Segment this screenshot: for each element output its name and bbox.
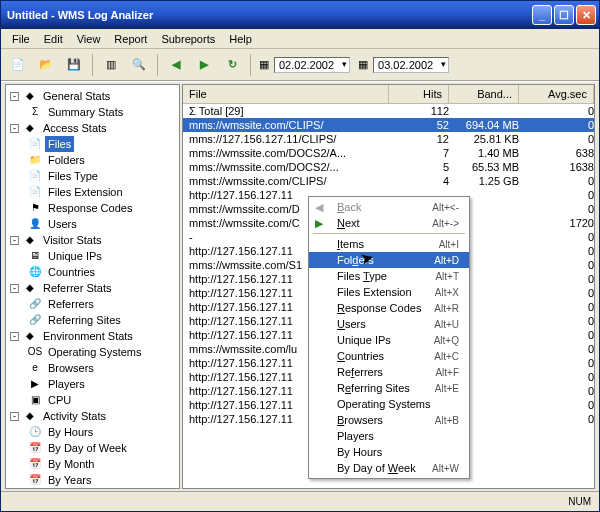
tree-label: Visitor Stats [40, 232, 105, 248]
tree-node[interactable]: 📄Files Extension [8, 184, 177, 200]
menu-item[interactable]: CountriesAlt+C [309, 348, 469, 364]
tree-node[interactable]: 👤Users [8, 216, 177, 232]
tree-node[interactable]: -◆Access Stats [8, 120, 177, 136]
menu-item: ◀BackAlt+<- [309, 199, 469, 215]
table-row[interactable]: mms://wmssite.com/CLIPS/52694.04 MB0 [183, 118, 594, 132]
tree-node[interactable]: 📄Files [8, 136, 177, 152]
tree-icon: 🖥 [28, 249, 42, 263]
tree-label: Operating Systems [45, 344, 145, 360]
tree-node[interactable]: ΣSummary Stats [8, 104, 177, 120]
tree-icon: Σ [28, 105, 42, 119]
date-to-label: ▦ [352, 58, 371, 71]
tree-node[interactable]: 📅By Years and Months [8, 488, 177, 489]
menu-item[interactable]: BrowsersAlt+B [309, 412, 469, 428]
menu-item[interactable]: Unique IPsAlt+Q [309, 332, 469, 348]
tree-icon: ▶ [28, 377, 42, 391]
table-row[interactable]: mmst://wmssite.com/CLIPS/41.25 GB0 [183, 174, 594, 188]
save-icon[interactable]: 💾 [61, 52, 87, 78]
context-menu: ◀BackAlt+<-▶NextAlt+->ItemsAlt+IFoldersA… [308, 196, 470, 479]
tree-label: Browsers [45, 360, 97, 376]
window-title: Untitled - WMS Log Analizer [7, 9, 530, 21]
tree-node[interactable]: 🖥Unique IPs [8, 248, 177, 264]
tree-node[interactable]: -◆Referrer Stats [8, 280, 177, 296]
menu-item[interactable]: Operating Systems [309, 396, 469, 412]
tree-label: By Month [45, 456, 97, 472]
tree-node[interactable]: ▶Players [8, 376, 177, 392]
tree-label: By Hours [45, 424, 96, 440]
boxes-icon[interactable]: ▥ [98, 52, 124, 78]
grid-header[interactable]: File Hits Band... Avg.sec [183, 85, 594, 104]
menu-edit[interactable]: Edit [37, 31, 70, 47]
tree-label: Folders [45, 152, 88, 168]
tree-node[interactable]: 📁Folders [8, 152, 177, 168]
tree-node[interactable]: 🔗Referrers [8, 296, 177, 312]
col-file[interactable]: File [183, 85, 389, 103]
open-icon[interactable]: 📂 [33, 52, 59, 78]
table-row[interactable]: Σ Total [29]1120 [183, 104, 594, 118]
menu-item[interactable]: ItemsAlt+I [309, 236, 469, 252]
minimize-button[interactable]: _ [532, 5, 552, 25]
menu-item[interactable]: By Hours [309, 444, 469, 460]
tree-label: Activity Stats [40, 408, 109, 424]
tree-node[interactable]: -◆Visitor Stats [8, 232, 177, 248]
table-row[interactable]: mms://127.156.127.11/CLIPS/1225.81 KB0 [183, 132, 594, 146]
tree-icon: OS [28, 345, 42, 359]
tree-node[interactable]: -◆Environment Stats [8, 328, 177, 344]
tree-icon: 📄 [28, 137, 42, 151]
new-icon[interactable]: 📄 [5, 52, 31, 78]
menu-item[interactable]: Players [309, 428, 469, 444]
tree-label: By Years and Months [45, 488, 155, 489]
tree-icon: ◆ [23, 121, 37, 135]
col-avg[interactable]: Avg.sec [519, 85, 594, 103]
menu-view[interactable]: View [70, 31, 108, 47]
tree-icon: 📅 [28, 473, 42, 487]
tree-label: Referrers [45, 296, 97, 312]
table-row[interactable]: mms://wmssite.com/DOCS2/A...71.40 MB638 [183, 146, 594, 160]
menu-item[interactable]: Files TypeAlt+T [309, 268, 469, 284]
tree-icon: ◆ [23, 89, 37, 103]
menu-item[interactable]: Referring SitesAlt+E [309, 380, 469, 396]
date-to-input[interactable]: 03.02.2002 [373, 57, 449, 73]
menu-subreports[interactable]: Subreports [154, 31, 222, 47]
tree-icon: 🔗 [28, 313, 42, 327]
close-button[interactable]: ✕ [576, 5, 596, 25]
nav-tree[interactable]: -◆General StatsΣSummary Stats-◆Access St… [5, 84, 180, 489]
menu-item[interactable]: ▶NextAlt+-> [309, 215, 469, 231]
tree-node[interactable]: -◆General Stats [8, 88, 177, 104]
tree-icon: 👤 [28, 217, 42, 231]
refresh-icon[interactable]: ↻ [219, 52, 245, 78]
col-band[interactable]: Band... [449, 85, 519, 103]
maximize-button[interactable]: ☐ [554, 5, 574, 25]
tree-node[interactable]: -◆Activity Stats [8, 408, 177, 424]
tree-icon: 🕒 [28, 425, 42, 439]
tree-node[interactable]: 📅By Day of Week [8, 440, 177, 456]
menu-item[interactable]: Response CodesAlt+R [309, 300, 469, 316]
tree-node[interactable]: 🕒By Hours [8, 424, 177, 440]
menu-report[interactable]: Report [107, 31, 154, 47]
tree-node[interactable]: ⚑Response Codes [8, 200, 177, 216]
menu-file[interactable]: File [5, 31, 37, 47]
tree-node[interactable]: 📅By Month [8, 456, 177, 472]
tree-node[interactable]: 📄Files Type [8, 168, 177, 184]
menu-item[interactable]: ReferrersAlt+F [309, 364, 469, 380]
preview-icon[interactable]: 🔍 [126, 52, 152, 78]
tree-icon: 📅 [28, 441, 42, 455]
menu-item[interactable]: UsersAlt+U [309, 316, 469, 332]
menu-item[interactable]: Files ExtensionAlt+X [309, 284, 469, 300]
tree-node[interactable]: OSOperating Systems [8, 344, 177, 360]
table-row[interactable]: mms://wmssite.com/DOCS2/...565.53 MB1638 [183, 160, 594, 174]
tree-node[interactable]: 🔗Referring Sites [8, 312, 177, 328]
tree-node[interactable]: ▣CPU [8, 392, 177, 408]
date-from-input[interactable]: 02.02.2002 [274, 57, 350, 73]
tree-node[interactable]: 🌐Countries [8, 264, 177, 280]
tree-node[interactable]: eBrowsers [8, 360, 177, 376]
col-hits[interactable]: Hits [389, 85, 449, 103]
tree-label: Files Type [45, 168, 101, 184]
forward-icon[interactable]: ▶ [191, 52, 217, 78]
tree-label: Environment Stats [40, 328, 136, 344]
back-icon[interactable]: ◀ [163, 52, 189, 78]
menu-help[interactable]: Help [222, 31, 259, 47]
menu-item[interactable]: FoldersAlt+D [309, 252, 469, 268]
tree-node[interactable]: 📅By Years [8, 472, 177, 488]
menu-item[interactable]: By Day of WeekAlt+W [309, 460, 469, 476]
